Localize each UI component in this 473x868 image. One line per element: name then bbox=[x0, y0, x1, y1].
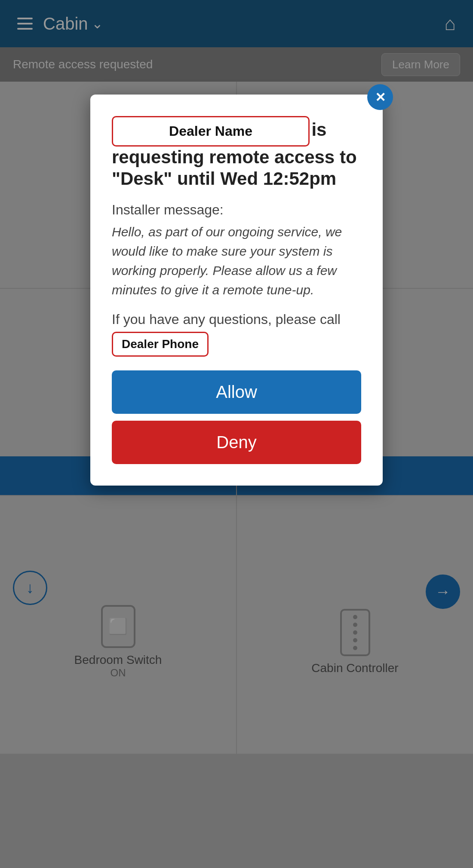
allow-button[interactable]: Allow bbox=[112, 370, 361, 414]
call-row: If you have any questions, please call D… bbox=[112, 312, 361, 357]
close-button[interactable]: ✕ bbox=[367, 84, 393, 110]
modal-overlay: ✕ Dealer Name is requesting remote acces… bbox=[0, 0, 473, 868]
dealer-name-box: Dealer Name bbox=[112, 116, 310, 147]
modal-header: Dealer Name is requesting remote access … bbox=[112, 116, 361, 190]
installer-message: Hello, as part of our ongoing service, w… bbox=[112, 222, 361, 300]
call-prefix: If you have any questions, please call bbox=[112, 312, 341, 327]
close-icon: ✕ bbox=[375, 90, 386, 105]
dealer-phone-box: Dealer Phone bbox=[112, 332, 209, 357]
installer-label: Installer message: bbox=[112, 202, 361, 218]
deny-button[interactable]: Deny bbox=[112, 421, 361, 464]
remote-access-modal: ✕ Dealer Name is requesting remote acces… bbox=[90, 95, 383, 486]
